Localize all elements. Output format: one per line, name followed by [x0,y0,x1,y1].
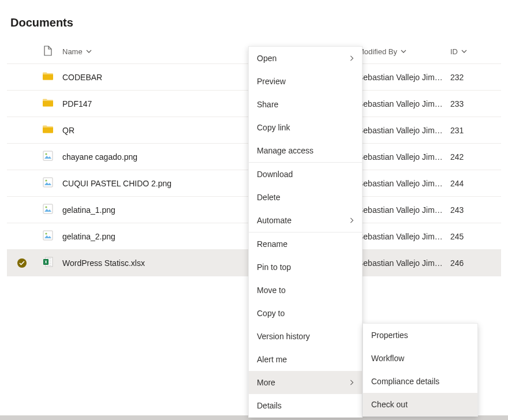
menu-item-label: Copy link [257,123,290,132]
row-type-icon [37,230,59,242]
image-icon [43,204,53,216]
row-name-text: PDF147 [62,99,92,108]
check-icon [17,258,27,268]
menu-item-move-to[interactable]: Move to [249,279,362,302]
folder-icon [42,125,54,136]
row-id: 244 [450,179,501,188]
row-type-icon [37,98,59,109]
menu-item-pin-to-top[interactable]: Pin to top [249,256,362,279]
row-name-text: CODEBAR [62,73,102,82]
submenu-item-label: Workflow [371,354,404,363]
row-modified-by: Sebastian Vallejo Jime... [358,179,450,188]
menu-item-open[interactable]: Open [249,47,362,70]
svg-point-1 [45,153,47,155]
image-icon [43,177,53,189]
menu-item-label: Open [257,54,277,63]
submenu-item-label: Check out [371,400,408,409]
row-type-icon [37,125,59,136]
row-type-icon [37,151,59,163]
menu-item-more[interactable]: More [249,371,362,394]
column-modified-by-label: Modified By [358,47,397,56]
row-id: 231 [450,126,501,135]
column-header-type[interactable] [37,46,59,58]
menu-item-label: Automate [257,216,292,225]
row-id: 245 [450,232,501,241]
row-modified-by: Sebastian Vallejo Jime... [358,258,450,268]
menu-item-preview[interactable]: Preview [249,70,362,93]
page-title: Documents [0,0,508,40]
row-type-icon [37,204,59,216]
menu-item-label: Version history [257,332,310,341]
chevron-down-icon [86,47,92,56]
row-name-text: WordPress Statisc.xlsx [62,258,145,268]
row-id: 243 [450,205,501,215]
row-modified-by: Sebastian Vallejo Jime... [358,73,450,82]
row-name-text: gelatina_1.png [62,205,115,215]
row-select[interactable] [7,258,37,268]
submenu-item-compliance-details[interactable]: Compliance details [363,370,477,393]
menu-item-delete[interactable]: Delete [249,186,362,209]
menu-item-copy-to[interactable]: Copy to [249,302,362,325]
row-name-text: CUQUI PASTEL CHIDO 2.png [62,179,171,188]
svg-point-7 [45,232,47,234]
submenu-item-properties[interactable]: Properties [363,324,477,347]
row-modified-by: Sebastian Vallejo Jime... [358,205,450,215]
chevron-right-icon [349,216,354,225]
svg-rect-0 [43,151,53,160]
menu-item-label: More [257,378,275,387]
row-name-text: chayane cagado.png [62,152,137,162]
menu-item-label: Manage access [257,146,313,155]
column-id-label: ID [450,47,458,56]
menu-item-automate[interactable]: Automate [249,209,362,232]
row-type-icon [37,72,59,82]
column-header-modified-by[interactable]: Modified By [358,47,450,56]
row-type-icon [37,177,59,189]
menu-item-copy-link[interactable]: Copy link [249,116,362,139]
folder-icon [42,72,54,82]
file-icon [43,46,53,58]
image-icon [43,151,53,163]
svg-rect-2 [43,178,53,187]
context-submenu: PropertiesWorkflowCompliance detailsChec… [363,323,478,417]
row-modified-by: Sebastian Vallejo Jime... [358,232,450,241]
menu-item-label: Rename [257,239,287,249]
row-id: 242 [450,152,501,162]
menu-item-details[interactable]: Details [249,394,362,417]
menu-item-label: Alert me [257,355,287,364]
submenu-item-label: Properties [371,331,408,340]
chevron-down-icon [401,47,406,56]
menu-item-label: Move to [257,286,286,295]
svg-point-5 [45,206,47,208]
menu-item-label: Pin to top [257,262,291,272]
menu-item-label: Share [257,100,278,109]
menu-item-download[interactable]: Download [249,163,362,186]
column-name-label: Name [62,47,83,56]
menu-item-manage-access[interactable]: Manage access [249,139,362,162]
svg-rect-4 [43,204,53,213]
folder-icon [42,98,54,109]
image-icon [43,230,53,242]
row-modified-by: Sebastian Vallejo Jime... [358,126,450,135]
menu-item-version-history[interactable]: Version history [249,325,362,348]
menu-item-label: Delete [257,193,280,202]
menu-item-rename[interactable]: Rename [249,232,362,256]
row-name-text: gelatina_2.png [62,232,115,241]
column-header-id[interactable]: ID [450,47,501,56]
menu-item-alert-me[interactable]: Alert me [249,348,362,371]
row-modified-by: Sebastian Vallejo Jime... [358,152,450,162]
chevron-down-icon [461,47,467,56]
row-modified-by: Sebastian Vallejo Jime... [358,99,450,108]
row-name-text: QR [62,126,74,135]
menu-item-label: Download [257,170,293,179]
menu-item-label: Copy to [257,309,285,318]
row-id: 246 [450,258,501,268]
chevron-right-icon [349,378,354,387]
submenu-item-workflow[interactable]: Workflow [363,347,477,370]
svg-point-3 [45,179,47,181]
submenu-item-check-out[interactable]: Check out [363,393,477,416]
row-type-icon [37,257,59,269]
menu-item-share[interactable]: Share [249,93,362,116]
row-id: 233 [450,99,501,108]
menu-item-label: Preview [257,77,286,86]
excel-icon [43,257,53,269]
